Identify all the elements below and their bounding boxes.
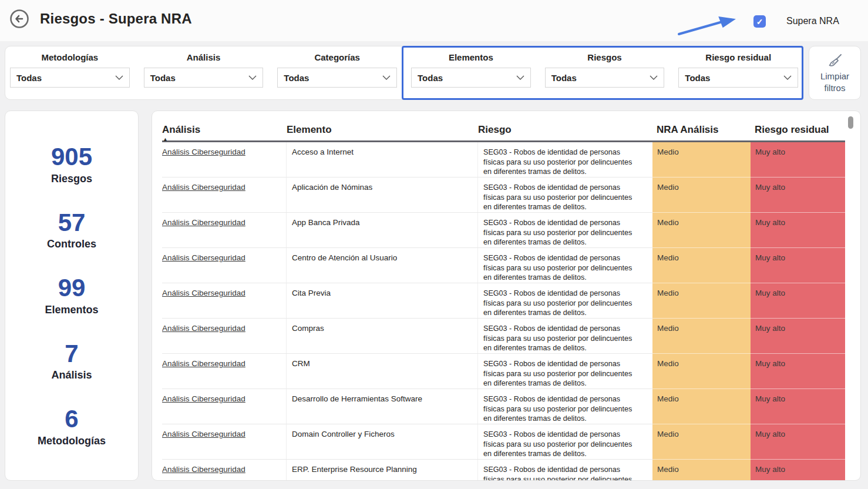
filter-group-elementos: Elementos Todas	[411, 52, 531, 99]
filter-group-categorias: Categorías Todas	[277, 52, 397, 99]
riesgo-residual-cell: Muy alto	[751, 319, 845, 354]
filter-label: Riesgos	[545, 52, 665, 62]
kpi-label: Análisis	[5, 369, 138, 381]
column-header-analisis[interactable]: Análisis ▲	[162, 124, 287, 140]
analisis-link[interactable]: Análisis Ciberseguridad	[162, 394, 245, 403]
riesgo-residual-cell: Muy alto	[751, 213, 845, 248]
analisis-link[interactable]: Análisis Ciberseguridad	[162, 148, 245, 156]
page-title: Riesgos - Supera NRA	[40, 11, 192, 27]
filter-group-riesgos: Riesgos Todas	[545, 52, 665, 99]
chevron-down-icon	[248, 75, 257, 80]
table-row: Análisis Ciberseguridad Centro de Atenci…	[162, 248, 845, 283]
riesgo-cell: SEG03 - Robos de identidad de personas f…	[477, 283, 652, 318]
filter-label: Riesgo residual	[678, 52, 798, 62]
clear-filters-button[interactable]: Limpiar filtros	[809, 46, 861, 100]
nra-analisis-cell: Medio	[652, 354, 751, 389]
analisis-link[interactable]: Análisis Ciberseguridad	[162, 324, 245, 333]
kpi-elementos: 99 Elementos	[5, 275, 138, 316]
chevron-down-icon	[382, 75, 391, 80]
analisis-link[interactable]: Análisis Ciberseguridad	[162, 183, 245, 192]
analisis-link[interactable]: Análisis Ciberseguridad	[162, 359, 245, 368]
riesgo-cell: SEG03 - Robos de identidad de personas f…	[477, 319, 652, 353]
back-button[interactable]	[9, 9, 29, 29]
table-scrollbar-thumb[interactable]	[848, 116, 853, 129]
kpi-metodologias: 6 Metodologías	[5, 406, 138, 447]
riesgo-residual-cell: Muy alto	[751, 460, 845, 481]
analisis-link[interactable]: Análisis Ciberseguridad	[162, 430, 245, 438]
column-header-nra-analisis[interactable]: NRA Análisis	[652, 124, 751, 140]
table-row: Análisis Ciberseguridad CRM SEG03 - Robo…	[162, 354, 845, 389]
kpi-analisis: 7 Análisis	[5, 341, 138, 381]
header-band: Riesgos - Supera NRA ✓ Supera NRA	[0, 0, 868, 41]
riesgo-residual-cell: Muy alto	[751, 177, 845, 213]
riesgo-residual-cell: Muy alto	[751, 283, 845, 319]
riesgo-cell: SEG03 - Robos de identidad de personas f…	[477, 460, 652, 481]
riesgo-cell: SEG03 - Robos de identidad de personas f…	[477, 389, 652, 424]
filter-group-metodologias: Metodologías Todas	[10, 52, 130, 99]
column-header-riesgo[interactable]: Riesgo	[478, 124, 652, 140]
riesgo-residual-cell: Muy alto	[751, 354, 845, 389]
chevron-down-icon	[115, 75, 123, 80]
metodologias-dropdown[interactable]: Todas	[10, 68, 130, 88]
checkmark-icon: ✓	[756, 17, 763, 26]
dropdown-value: Todas	[16, 73, 42, 83]
dropdown-value: Todas	[150, 73, 176, 83]
analisis-dropdown[interactable]: Todas	[144, 68, 264, 88]
risk-table-card: Análisis ▲ Elemento Riesgo NRA Análisis …	[152, 110, 861, 481]
analisis-cell: Análisis Ciberseguridad	[162, 354, 287, 388]
kpi-card: 905 Riesgos 57 Controles 99 Elementos 7 …	[5, 110, 139, 481]
table-row: Análisis Ciberseguridad Domain Controlle…	[162, 424, 845, 460]
kpi-label: Riesgos	[5, 173, 138, 185]
kpi-controles: 57 Controles	[5, 210, 138, 250]
kpi-value: 905	[5, 144, 138, 170]
kpi-label: Elementos	[5, 304, 138, 316]
elemento-cell: App Banca Privada	[286, 213, 478, 247]
filter-label: Elementos	[411, 52, 531, 62]
filter-bar: Metodologías Todas Análisis Todas Catego…	[5, 46, 803, 100]
riesgo-residual-cell: Muy alto	[751, 142, 845, 177]
broom-icon	[826, 52, 844, 69]
categorias-dropdown[interactable]: Todas	[277, 68, 397, 88]
riesgo-cell: SEG03 - Robos de identidad de personas f…	[477, 424, 652, 459]
analisis-link[interactable]: Análisis Ciberseguridad	[162, 253, 245, 262]
analisis-link[interactable]: Análisis Ciberseguridad	[162, 465, 245, 474]
elemento-cell: Compras	[286, 319, 478, 353]
table-row: Análisis Ciberseguridad Aplicación de Nó…	[162, 177, 845, 213]
filter-label: Metodologías	[10, 52, 130, 62]
elemento-cell: Domain Controller y Ficheros	[286, 424, 478, 459]
table-body: Análisis Ciberseguridad Acceso a Interne…	[152, 142, 860, 481]
filter-label: Categorías	[277, 52, 397, 62]
nra-analisis-cell: Medio	[652, 177, 751, 213]
table-row: Análisis Ciberseguridad Acceso a Interne…	[162, 142, 845, 177]
riesgo-cell: SEG03 - Robos de identidad de personas f…	[477, 177, 652, 212]
analisis-link[interactable]: Análisis Ciberseguridad	[162, 218, 245, 227]
analisis-cell: Análisis Ciberseguridad	[162, 389, 287, 424]
table-row: Análisis Ciberseguridad Cita Previa SEG0…	[162, 283, 845, 319]
riesgo-residual-cell: Muy alto	[751, 248, 845, 283]
nra-analisis-cell: Medio	[652, 424, 751, 460]
table-row: Análisis Ciberseguridad ERP. Enterprise …	[162, 460, 845, 481]
filter-label: Análisis	[144, 52, 264, 62]
elemento-cell: Cita Previa	[286, 283, 478, 318]
riesgos-dropdown[interactable]: Todas	[545, 68, 665, 88]
column-header-elemento[interactable]: Elemento	[287, 124, 478, 140]
kpi-label: Controles	[5, 238, 138, 250]
elemento-cell: Aplicación de Nóminas	[286, 177, 478, 212]
kpi-value: 99	[5, 275, 138, 301]
supera-nra-checkbox[interactable]: ✓	[753, 15, 766, 28]
riesgo-cell: SEG03 - Robos de identidad de personas f…	[477, 142, 652, 177]
dropdown-value: Todas	[418, 73, 443, 83]
nra-analisis-cell: Medio	[652, 319, 751, 354]
annotation-arrow-icon	[677, 12, 741, 39]
elementos-dropdown[interactable]: Todas	[411, 68, 531, 88]
analisis-link[interactable]: Análisis Ciberseguridad	[162, 289, 245, 297]
supera-nra-label: Supera NRA	[786, 16, 839, 26]
elemento-cell: Acceso a Internet	[286, 142, 478, 177]
riesgo-residual-dropdown[interactable]: Todas	[678, 68, 798, 88]
table-row: Análisis Ciberseguridad App Banca Privad…	[162, 213, 845, 248]
dropdown-value: Todas	[551, 73, 577, 83]
kpi-value: 7	[5, 341, 138, 367]
column-header-riesgo-residual[interactable]: Riesgo residual	[751, 124, 845, 140]
elemento-cell: ERP. Enterprise Resource Planning	[286, 460, 478, 481]
riesgo-residual-cell: Muy alto	[751, 389, 845, 424]
